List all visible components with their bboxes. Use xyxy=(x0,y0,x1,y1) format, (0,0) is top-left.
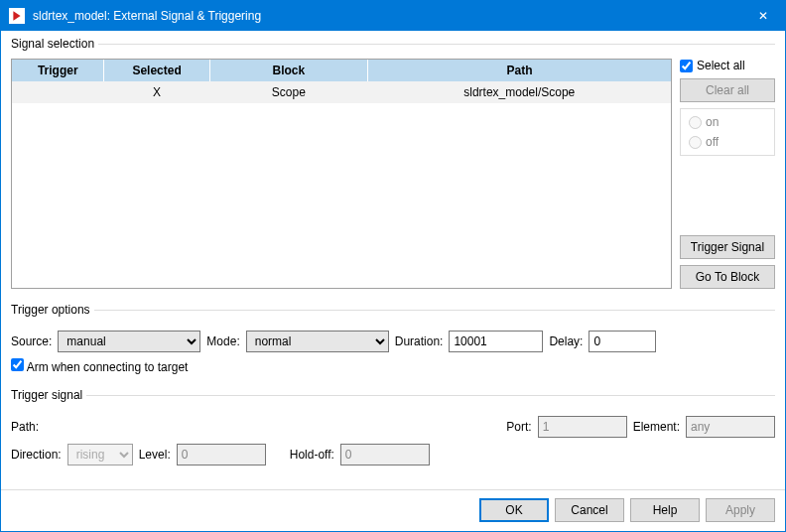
clear-all-button[interactable]: Clear all xyxy=(680,78,775,102)
holdoff-label: Hold-off: xyxy=(290,448,334,462)
arm-label: Arm when connecting to target xyxy=(27,360,189,374)
radio-off-input xyxy=(689,136,702,149)
col-selected[interactable]: Selected xyxy=(104,60,209,81)
col-trigger[interactable]: Trigger xyxy=(12,60,104,81)
port-label: Port: xyxy=(506,420,531,434)
element-label: Element: xyxy=(633,420,680,434)
cell-path: sldrtex_model/Scope xyxy=(368,81,671,103)
go-to-block-button[interactable]: Go To Block xyxy=(680,265,775,289)
col-path[interactable]: Path xyxy=(368,60,671,81)
dialog-footer: OK Cancel Help Apply xyxy=(1,490,785,524)
app-icon xyxy=(9,8,25,24)
trigger-options-legend: Trigger options xyxy=(11,303,94,317)
source-select[interactable]: manual xyxy=(58,331,200,352)
content-area: Signal selection Trigger Selected Block … xyxy=(1,31,785,485)
path-label: Path: xyxy=(11,420,55,434)
signal-side-panel: Select all Clear all on off Trigger Sign… xyxy=(680,59,775,289)
duration-input[interactable] xyxy=(449,331,543,352)
signal-selection-group: Signal selection Trigger Selected Block … xyxy=(11,37,775,299)
trigger-options-group: Trigger options Source: manual Mode: nor… xyxy=(11,303,775,384)
col-block[interactable]: Block xyxy=(209,60,367,81)
select-all-input[interactable] xyxy=(680,60,693,72)
direction-label: Direction: xyxy=(11,448,62,462)
level-input xyxy=(177,444,266,466)
cancel-button[interactable]: Cancel xyxy=(555,498,624,522)
signal-table[interactable]: Trigger Selected Block Path X Scope sldr… xyxy=(11,59,672,289)
source-label: Source: xyxy=(11,334,52,348)
close-icon[interactable]: ✕ xyxy=(740,1,785,31)
trigger-signal-button[interactable]: Trigger Signal xyxy=(680,235,775,259)
trigger-signal-group: Trigger signal Path: Port: Element: Dire… xyxy=(11,388,775,475)
select-all-checkbox[interactable]: Select all xyxy=(680,59,775,72)
port-input xyxy=(538,416,627,438)
radio-off[interactable]: off xyxy=(689,135,766,149)
select-all-label: Select all xyxy=(697,59,745,72)
radio-on[interactable]: on xyxy=(689,115,766,129)
title-bar: sldrtex_model: External Signal & Trigger… xyxy=(1,1,785,31)
signal-selection-legend: Signal selection xyxy=(11,37,98,51)
table-row[interactable]: X Scope sldrtex_model/Scope xyxy=(12,81,671,103)
mode-label: Mode: xyxy=(206,334,239,348)
window-title: sldrtex_model: External Signal & Trigger… xyxy=(33,9,740,23)
duration-label: Duration: xyxy=(395,334,444,348)
delay-label: Delay: xyxy=(549,334,583,348)
radio-on-input xyxy=(689,116,702,129)
mode-select[interactable]: normal xyxy=(246,331,389,352)
cell-trigger xyxy=(12,81,104,103)
element-input xyxy=(686,416,775,438)
on-off-group: on off xyxy=(680,108,775,156)
direction-select: rising xyxy=(67,444,133,466)
help-button[interactable]: Help xyxy=(630,498,700,522)
ok-button[interactable]: OK xyxy=(479,498,549,522)
holdoff-input xyxy=(340,444,430,466)
arm-checkbox[interactable]: Arm when connecting to target xyxy=(11,358,188,374)
level-label: Level: xyxy=(139,448,171,462)
delay-input[interactable] xyxy=(589,331,656,352)
cell-block: Scope xyxy=(209,81,367,103)
apply-button[interactable]: Apply xyxy=(706,498,775,522)
arm-input[interactable] xyxy=(11,358,24,371)
svg-marker-0 xyxy=(13,11,20,21)
cell-selected: X xyxy=(104,81,209,103)
trigger-signal-legend: Trigger signal xyxy=(11,388,86,402)
